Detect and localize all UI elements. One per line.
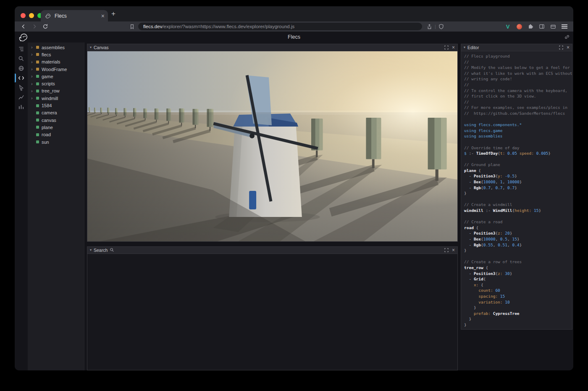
code-line: // Override time of day bbox=[464, 145, 572, 151]
extension-red-icon[interactable] bbox=[515, 23, 523, 30]
editor-code[interactable]: // Flecs playground//// Modify the value… bbox=[461, 51, 572, 329]
collapse-caret-icon[interactable]: ▾ bbox=[90, 46, 92, 49]
forward-button[interactable] bbox=[31, 23, 38, 30]
module-square-icon bbox=[36, 53, 39, 56]
tree-item-WoodFrame[interactable]: ›WoodFrame bbox=[28, 66, 84, 73]
tree-item-tree_row[interactable]: ›tree_row bbox=[28, 87, 84, 95]
tree-item-canvas[interactable]: canvas bbox=[28, 116, 84, 124]
editor-panel: ▾ Editor × // Flecs playground//// Modif… bbox=[461, 44, 572, 330]
collapse-caret-icon[interactable]: ▾ bbox=[90, 248, 92, 252]
address-bar[interactable]: flecs.dev/explorer/?wasm=https://www.fle… bbox=[138, 23, 422, 30]
close-panel-icon[interactable]: × bbox=[452, 45, 455, 50]
menu-icon[interactable] bbox=[561, 23, 568, 30]
tree-item-plane[interactable]: plane bbox=[28, 124, 84, 131]
search-panel-header[interactable]: ▾ Search × bbox=[87, 247, 457, 254]
expand-arrow-icon[interactable]: › bbox=[31, 52, 35, 57]
new-tab-button[interactable]: + bbox=[111, 10, 116, 18]
share-icon[interactable] bbox=[425, 23, 433, 30]
tree-item-1584[interactable]: 1584 bbox=[28, 102, 84, 109]
expand-arrow-icon[interactable]: › bbox=[31, 82, 35, 86]
code-line bbox=[464, 139, 572, 145]
wallet-icon[interactable] bbox=[549, 23, 557, 30]
fullscreen-icon[interactable] bbox=[559, 45, 563, 50]
tree-item-label: assemblies bbox=[42, 45, 65, 50]
code-line: - Box{10000, 1, 10000} bbox=[464, 179, 572, 185]
tree-item-assemblies[interactable]: ›assemblies bbox=[28, 44, 84, 51]
tree-item-windmill[interactable]: ›windmill bbox=[28, 95, 84, 102]
search-results-area[interactable] bbox=[87, 254, 457, 370]
back-button[interactable] bbox=[20, 23, 27, 30]
canvas-panel: ▾ Canvas × bbox=[87, 44, 458, 242]
code-line bbox=[464, 214, 572, 219]
tree-item-road[interactable]: road bbox=[28, 131, 84, 138]
icon-rail bbox=[15, 42, 28, 370]
module-square-icon bbox=[36, 61, 39, 63]
canvas-3d-view[interactable] bbox=[87, 51, 457, 241]
code-line: using flecs.components.* bbox=[464, 122, 572, 128]
code-line: // Flecs playground bbox=[464, 53, 572, 59]
shield-icon[interactable] bbox=[438, 23, 445, 30]
close-window-button[interactable] bbox=[21, 13, 26, 18]
world-icon[interactable] bbox=[16, 63, 26, 73]
extension-v-icon[interactable]: V bbox=[504, 23, 512, 30]
extensions-puzzle-icon[interactable] bbox=[527, 23, 534, 30]
close-panel-icon[interactable]: × bbox=[452, 248, 455, 253]
module-square-icon bbox=[36, 46, 39, 49]
tree-item-flecs[interactable]: ›flecs bbox=[28, 51, 84, 58]
expand-arrow-icon[interactable]: › bbox=[31, 89, 35, 93]
fullscreen-icon[interactable] bbox=[444, 45, 449, 50]
expand-arrow-icon[interactable]: › bbox=[31, 60, 35, 64]
code-line: - Grid{ bbox=[464, 276, 572, 282]
code-editor-icon[interactable] bbox=[16, 73, 26, 83]
code-line: count: 60 bbox=[464, 288, 572, 293]
expand-arrow-icon[interactable]: › bbox=[31, 45, 35, 50]
side-panel-icon[interactable] bbox=[538, 23, 546, 30]
code-line bbox=[464, 254, 572, 259]
stats-chart-icon[interactable] bbox=[16, 92, 26, 102]
collapse-caret-icon[interactable]: ▾ bbox=[464, 46, 465, 49]
code-line: // Create a windmill bbox=[464, 202, 572, 208]
close-panel-icon[interactable]: × bbox=[567, 45, 570, 50]
inspector-cursor-icon[interactable] bbox=[16, 83, 26, 92]
browser-tab[interactable]: Flecs × bbox=[41, 10, 108, 21]
metrics-icon[interactable] bbox=[16, 102, 26, 112]
tree-item-scripts[interactable]: ›scripts bbox=[28, 80, 84, 87]
tree-item-label: camera bbox=[42, 110, 57, 115]
code-line: } bbox=[464, 305, 572, 311]
code-line: // what it's like to work with an ECS wi… bbox=[464, 71, 572, 77]
code-line: } bbox=[464, 190, 572, 196]
tree-item-label: road bbox=[42, 132, 51, 137]
expand-arrow-icon[interactable]: › bbox=[31, 67, 35, 71]
expand-arrow-icon[interactable]: › bbox=[31, 96, 35, 100]
code-line: // https://github.com/SanderMertens/flec… bbox=[464, 111, 572, 116]
tree-item-game[interactable]: ›game bbox=[28, 73, 84, 80]
bookmark-icon[interactable] bbox=[128, 23, 136, 30]
tree-item-materials[interactable]: ›materials bbox=[28, 58, 84, 66]
tree-item-sun[interactable]: sun bbox=[28, 138, 84, 145]
entity-square-icon bbox=[36, 97, 39, 100]
entity-square-icon bbox=[36, 133, 39, 136]
code-line: using flecs.game bbox=[464, 128, 572, 134]
code-line: // To control the camera with the keyboa… bbox=[464, 88, 572, 94]
editor-panel-header[interactable]: ▾ Editor × bbox=[461, 44, 572, 51]
code-line: // Ground plane bbox=[464, 162, 572, 168]
reload-button[interactable] bbox=[42, 23, 49, 30]
entities-tree-icon[interactable] bbox=[16, 44, 26, 54]
query-search-icon[interactable] bbox=[16, 54, 26, 63]
code-line: - Position3{y: -0.5} bbox=[464, 173, 572, 179]
expand-arrow-icon[interactable]: › bbox=[31, 74, 35, 79]
editor-panel-title: Editor bbox=[467, 45, 479, 50]
entity-square-icon bbox=[36, 90, 39, 92]
minimize-window-button[interactable] bbox=[29, 13, 34, 18]
code-line: x: { bbox=[464, 282, 572, 288]
code-line: // bbox=[464, 82, 572, 88]
fullscreen-icon[interactable] bbox=[444, 248, 449, 252]
canvas-panel-header[interactable]: ▾ Canvas × bbox=[87, 44, 457, 51]
tree-item-label: 1584 bbox=[42, 103, 52, 108]
page-header: Flecs bbox=[15, 32, 573, 42]
flecs-logo bbox=[18, 32, 28, 42]
code-line: - Position3{z: 30} bbox=[464, 271, 572, 277]
share-link-icon[interactable] bbox=[564, 34, 570, 40]
tab-close-icon[interactable]: × bbox=[101, 13, 105, 19]
tree-item-camera[interactable]: camera bbox=[28, 109, 84, 116]
